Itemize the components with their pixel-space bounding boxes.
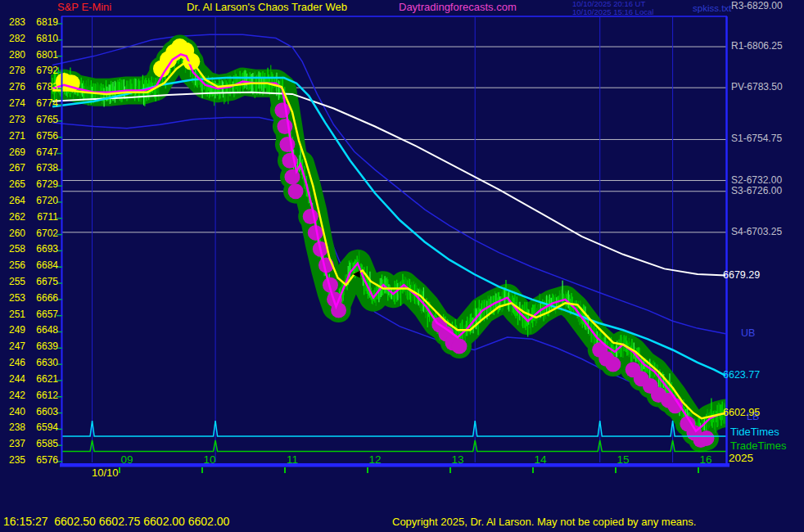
year-label: 2025 — [729, 453, 753, 464]
hour-label: 10 — [203, 454, 215, 466]
hour-label: 15 — [617, 454, 629, 466]
y-axis-row: 2536666 — [0, 293, 59, 304]
hour-label: 11 — [287, 454, 298, 466]
y-axis-row: 2766783 — [0, 82, 59, 92]
y-axis-row: 2356576 — [0, 455, 59, 466]
y-axis-row: 2716756 — [0, 131, 59, 142]
data-file-label: spkiss.txt — [693, 3, 731, 13]
y-axis-row: 2556675 — [0, 277, 59, 287]
hour-label: 13 — [451, 454, 463, 466]
y-axis-row: 2736765 — [0, 115, 59, 125]
line-end-label: UB — [741, 328, 755, 339]
hour-label: 09 — [120, 454, 133, 466]
trade-times-label: TradeTimes — [730, 440, 786, 452]
y-axis-row: 2466630 — [0, 358, 59, 368]
y-axis-row: 2786792 — [0, 65, 59, 76]
pivot-label: PV-6783.50 — [731, 82, 783, 92]
pivot-label: S4-6703.25 — [731, 227, 782, 237]
y-axis-row: 2836819 — [0, 17, 59, 28]
y-axis-row: 2676738 — [0, 163, 59, 174]
y-axis-row: 2646720 — [0, 196, 59, 206]
y-axis-row: 2586693 — [0, 244, 59, 255]
y-axis-row: 2406603 — [0, 407, 59, 417]
site-link[interactable]: Daytradingforecasts.com — [399, 2, 517, 13]
date-label: 10/10 — [92, 467, 119, 479]
line-end-label: 6679.29 — [723, 270, 760, 281]
y-axis-row: 2746774 — [0, 98, 59, 109]
hour-label: 16 — [699, 454, 711, 466]
line-end-label: 6602.95 — [723, 408, 760, 418]
symbol-label: S&P E-Mini — [57, 2, 111, 13]
chaos-trader-window: 2836819282681028068012786792276678327467… — [0, 0, 804, 532]
timestamp-local: 10/10/2025 15:16 Local — [572, 8, 653, 16]
y-axis-row: 2386594 — [0, 422, 59, 433]
quote-status-line: 16:15:27 6602.50 6602.75 6602.00 6602.00 — [3, 516, 229, 528]
pivot-label: R1-6806.25 — [731, 41, 783, 52]
y-axis-row: 2826810 — [0, 34, 59, 44]
y-axis-row: 2476639 — [0, 341, 59, 352]
copyright-notice: Copyright 2025, Dr. Al Larson. May not b… — [392, 516, 696, 528]
y-axis-row: 2626711 — [0, 212, 59, 223]
y-axis-row: 2806801 — [0, 50, 59, 61]
tide-times-label: TideTimes — [730, 426, 779, 438]
y-axis-row: 2376585 — [0, 439, 59, 449]
hour-label: 12 — [368, 454, 381, 466]
y-axis-row: 2496648 — [0, 325, 59, 336]
y-axis-row: 2426612 — [0, 390, 59, 401]
pivot-label: R3-6829.00 — [731, 1, 783, 11]
pivot-label: S1-6754.75 — [731, 133, 782, 144]
hour-label: 14 — [534, 454, 546, 466]
pivot-label: S3-6726.00 — [731, 186, 782, 196]
pivot-label: S2-6732.00 — [731, 175, 782, 186]
price-chart[interactable]: 2836819282681028068012786792276678327467… — [0, 0, 804, 532]
chart-labels: 2836819282681028068012786792276678327467… — [0, 0, 804, 532]
y-axis-row: 2516657 — [0, 309, 59, 320]
y-axis-row: 2446621 — [0, 374, 59, 385]
y-axis-row: 2566684 — [0, 260, 59, 271]
y-axis-row: 2606702 — [0, 228, 59, 239]
y-axis-row: 2696747 — [0, 147, 59, 158]
app-title: Dr. Al Larson's Chaos Trader Web — [187, 2, 347, 13]
line-end-label: 6623.77 — [723, 370, 760, 381]
y-axis-row: 2656729 — [0, 179, 59, 190]
